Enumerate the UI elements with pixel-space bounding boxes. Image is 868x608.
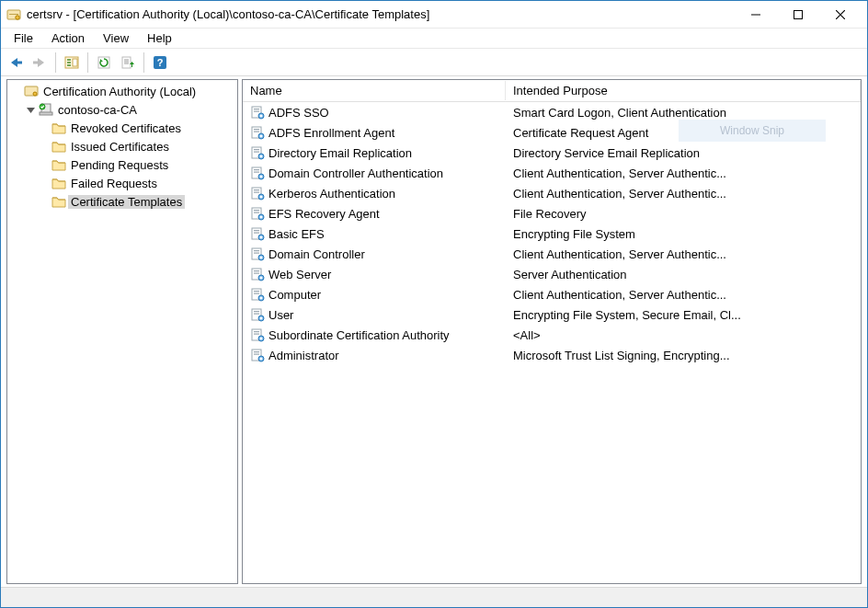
list-row[interactable]: Domain Controller AuthenticationClient A… [243, 163, 861, 183]
show-hide-tree-button[interactable] [61, 52, 83, 74]
template-name: Domain Controller Authentication [268, 166, 443, 180]
tree-node-label: Pending Requests [68, 158, 171, 172]
svg-rect-80 [254, 314, 259, 315]
template-purpose: Directory Service Email Replication [506, 146, 861, 160]
column-header-name[interactable]: Name [243, 81, 506, 100]
template-name: Administrator [268, 349, 339, 362]
svg-rect-25 [254, 129, 259, 130]
menu-action[interactable]: Action [44, 29, 92, 47]
help-button[interactable]: ? [149, 52, 171, 74]
column-header-purpose[interactable]: Intended Purpose [506, 81, 861, 100]
list-pane: Name Intended Purpose ADFS SSOSmart Card… [242, 79, 862, 584]
svg-rect-4 [17, 61, 22, 63]
template-purpose: Smart Card Logon, Client Authentication [506, 106, 861, 120]
menubar: File Action View Help [1, 29, 867, 49]
tree-node[interactable]: Failed Requests [7, 174, 237, 192]
forward-button[interactable] [29, 52, 51, 74]
refresh-button[interactable] [93, 52, 115, 74]
certificate-template-icon [250, 105, 265, 120]
svg-rect-44 [254, 192, 259, 193]
list-row[interactable]: ComputerClient Authentication, Server Au… [243, 284, 861, 304]
toolbar-separator [55, 52, 56, 73]
list-header: Name Intended Purpose [243, 80, 861, 102]
template-name: Kerberos Authentication [268, 187, 395, 201]
svg-rect-41 [260, 176, 263, 177]
list-row[interactable]: Directory Email ReplicationDirectory Ser… [243, 143, 861, 163]
template-purpose: Encrypting File System, Secure Email, Cl… [506, 308, 861, 322]
svg-point-14 [33, 92, 37, 96]
tree-node[interactable]: Issued Certificates [7, 137, 237, 155]
list-row[interactable]: EFS Recovery AgentFile Recovery [243, 203, 861, 224]
svg-rect-49 [254, 210, 259, 211]
tree-ca-node[interactable]: contoso-ca-CA [7, 100, 237, 119]
folder-icon [51, 120, 66, 135]
svg-rect-85 [254, 331, 259, 332]
certificate-template-icon [250, 247, 265, 261]
svg-rect-83 [260, 317, 263, 318]
svg-rect-59 [260, 236, 263, 237]
template-purpose: Client Authentication, Server Authentic.… [506, 247, 861, 261]
svg-rect-37 [254, 169, 259, 170]
folder-icon [51, 194, 66, 209]
list-row[interactable]: ADFS Enrollment AgentCertificate Request… [243, 122, 861, 143]
list-row[interactable]: Basic EFSEncrypting File System [243, 224, 861, 244]
svg-rect-61 [254, 250, 259, 251]
list-row[interactable]: Kerberos AuthenticationClient Authentica… [243, 183, 861, 203]
template-purpose: Client Authentication, Server Authentic.… [506, 288, 861, 302]
toolbar-separator [143, 52, 144, 73]
template-name: ADFS Enrollment Agent [268, 126, 394, 140]
svg-rect-79 [254, 311, 259, 312]
export-list-button[interactable] [117, 52, 139, 74]
expand-collapse-icon[interactable] [24, 106, 37, 114]
template-name: Computer [268, 288, 321, 302]
template-name: ADFS SSO [268, 106, 329, 120]
svg-rect-9 [122, 57, 131, 68]
list-row[interactable]: Subordinate Certification Authority<All> [243, 325, 861, 345]
svg-rect-89 [260, 338, 263, 338]
svg-rect-65 [260, 257, 263, 258]
main-area: Certification Authority (Local) contoso-… [1, 76, 867, 587]
svg-rect-55 [254, 230, 259, 231]
svg-rect-31 [254, 149, 259, 150]
svg-rect-62 [254, 253, 259, 254]
ca-server-icon [39, 102, 53, 117]
list-row[interactable]: UserEncrypting File System, Secure Email… [243, 304, 861, 325]
tree-node-label: Revoked Certificates [68, 121, 184, 135]
tree-pane[interactable]: Certification Authority (Local) contoso-… [6, 79, 238, 584]
list-row[interactable]: Domain ControllerClient Authentication, … [243, 244, 861, 264]
svg-rect-38 [254, 172, 259, 173]
menu-file[interactable]: File [6, 29, 40, 47]
tree-node[interactable]: Revoked Certificates [7, 119, 237, 137]
certificate-template-icon [250, 125, 265, 140]
svg-rect-7 [73, 59, 77, 66]
list-body[interactable]: ADFS SSOSmart Card Logon, Client Authent… [243, 102, 861, 583]
tree-root[interactable]: Certification Authority (Local) [7, 82, 237, 100]
template-purpose: Encrypting File System [506, 227, 861, 241]
menu-view[interactable]: View [96, 29, 136, 47]
template-purpose: Server Authentication [506, 268, 861, 281]
tree-node-label: Failed Requests [68, 177, 160, 190]
back-button[interactable] [5, 52, 27, 74]
template-purpose: Microsoft Trust List Signing, Encrypting… [506, 349, 861, 362]
folder-icon [51, 176, 66, 190]
svg-rect-77 [260, 297, 263, 298]
close-button[interactable] [819, 1, 862, 29]
titlebar: certsrv - [Certification Authority (Loca… [1, 1, 867, 29]
svg-point-17 [40, 104, 45, 109]
tree-node[interactable]: Pending Requests [7, 155, 237, 174]
svg-rect-5 [33, 61, 39, 63]
certificate-template-icon [250, 186, 265, 201]
svg-rect-53 [260, 216, 263, 217]
tree-node[interactable]: Certificate Templates [7, 192, 237, 211]
tree-root-label: Certification Authority (Local) [40, 85, 199, 98]
svg-point-2 [16, 15, 19, 18]
svg-rect-1 [9, 14, 18, 15]
minimize-button[interactable] [735, 1, 777, 29]
list-row[interactable]: Web ServerServer Authentication [243, 264, 861, 284]
svg-rect-43 [254, 189, 259, 190]
list-row[interactable]: ADFS SSOSmart Card Logon, Client Authent… [243, 102, 861, 122]
menu-help[interactable]: Help [140, 29, 179, 47]
maximize-button[interactable] [777, 1, 819, 29]
svg-rect-71 [260, 277, 263, 278]
list-row[interactable]: AdministratorMicrosoft Trust List Signin… [243, 345, 861, 365]
